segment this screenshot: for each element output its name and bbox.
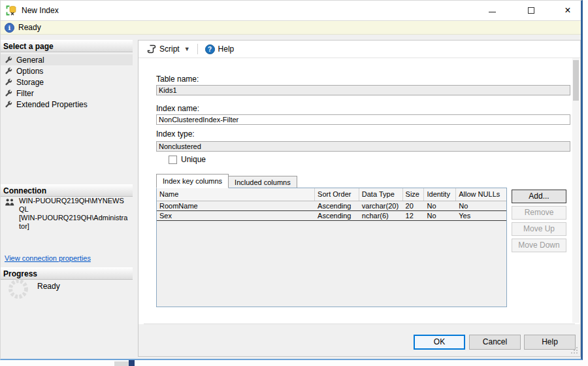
connection-text: WIN-PUOURQ219QH\MYNEWSQL [WIN-PUOURQ219Q…	[19, 197, 129, 231]
minimize-button[interactable]	[477, 1, 507, 20]
sidebar-item-extended-properties[interactable]: Extended Properties	[1, 99, 133, 110]
cell-name: RoomName	[157, 201, 315, 210]
index-type-field[interactable]	[156, 141, 570, 152]
sidebar: Select a page General Options Storage Fi…	[1, 35, 133, 359]
footer: OK Cancel Help	[139, 324, 580, 356]
cell-identity: No	[424, 211, 456, 220]
cell-size: 12	[403, 211, 425, 220]
close-button[interactable]: ×	[553, 1, 583, 20]
grid-header: Name Sort Order Data Type Size Identity …	[157, 188, 506, 201]
progress-indicator: Ready	[7, 278, 60, 300]
tab-included-columns[interactable]: Included columns	[229, 176, 297, 188]
sidebar-item-label: General	[16, 56, 44, 65]
maximize-button[interactable]	[516, 1, 546, 20]
wrench-icon	[5, 56, 12, 64]
title-bar[interactable]: New Index ×	[1, 1, 581, 20]
column-header-allow-nulls[interactable]: Allow NULLs	[456, 188, 506, 201]
unique-checkbox[interactable]	[169, 156, 177, 164]
move-up-button[interactable]: Move Up	[512, 222, 566, 236]
remove-button[interactable]: Remove	[512, 206, 566, 220]
cell-name: Sex	[157, 211, 315, 220]
resize-grip[interactable]	[570, 346, 578, 354]
sidebar-item-label: Extended Properties	[16, 100, 88, 109]
vertical-scrollbar[interactable]	[572, 58, 580, 323]
main-panel: Script ▼ ? Help Table name: Index name: …	[138, 40, 581, 357]
index-key-columns-grid: Name Sort Order Data Type Size Identity …	[156, 188, 507, 307]
move-down-button[interactable]: Move Down	[512, 239, 566, 252]
column-header-name[interactable]: Name	[157, 188, 315, 201]
cell-size: 20	[403, 201, 425, 210]
help-toolbar-button[interactable]: ? Help	[203, 43, 237, 56]
window-title: New Index	[22, 6, 59, 15]
cell-sort-order: Ascending	[315, 211, 359, 220]
new-index-dialog: New Index × i Ready Select a page Genera…	[0, 0, 583, 360]
unique-checkbox-row: Unique	[169, 155, 206, 164]
help-button[interactable]: Help	[524, 335, 576, 350]
background-window-fragment	[129, 360, 135, 366]
users-icon	[5, 197, 15, 208]
index-database-icon	[6, 5, 17, 16]
connection-info: WIN-PUOURQ219QH\MYNEWSQL [WIN-PUOURQ219Q…	[5, 197, 130, 231]
sidebar-item-general[interactable]: General	[1, 54, 133, 65]
column-header-sort-order[interactable]: Sort Order	[315, 188, 359, 201]
sidebar-item-label: Options	[16, 67, 43, 76]
table-name-field[interactable]	[156, 85, 570, 95]
sidebar-item-filter[interactable]: Filter	[1, 88, 133, 99]
page-list: General Options Storage Filter Extended …	[1, 54, 133, 110]
info-icon: i	[5, 23, 14, 33]
help-icon: ?	[205, 44, 215, 54]
sidebar-item-options[interactable]: Options	[1, 65, 133, 76]
status-text: Ready	[18, 23, 41, 32]
cancel-button[interactable]: Cancel	[469, 335, 521, 350]
minimize-icon	[489, 12, 496, 12]
connection-user: [WIN-PUOURQ219QH\Administrator]	[19, 214, 129, 231]
ok-button[interactable]: OK	[414, 335, 465, 350]
tab-index-key-columns[interactable]: Index key columns	[156, 174, 229, 188]
scrollbar-thumb[interactable]	[573, 60, 579, 101]
background-strip	[0, 360, 588, 366]
script-label: Script	[159, 44, 180, 54]
background-window-fragment	[114, 361, 129, 366]
cell-identity: No	[424, 201, 456, 210]
wrench-icon	[5, 90, 12, 97]
column-header-identity[interactable]: Identity	[424, 188, 456, 201]
chevron-down-icon: ▼	[184, 46, 190, 52]
add-button[interactable]: Add...	[512, 190, 566, 203]
view-connection-properties-link[interactable]: View connection properties	[5, 254, 91, 262]
script-button[interactable]: Script ▼	[144, 43, 193, 55]
index-name-field[interactable]	[156, 114, 570, 125]
unique-label: Unique	[181, 155, 206, 164]
sidebar-item-storage[interactable]: Storage	[1, 76, 133, 88]
wrench-icon	[5, 101, 12, 108]
table-row[interactable]: RoomName Ascending varchar(20) 20 No No	[157, 201, 506, 211]
column-header-data-type[interactable]: Data Type	[359, 188, 403, 201]
index-type-label: Index type:	[156, 129, 195, 139]
screen: New Index × i Ready Select a page Genera…	[0, 0, 588, 366]
cell-allow-nulls: Yes	[456, 211, 506, 220]
table-name-label: Table name:	[156, 75, 199, 84]
cell-data-type: nchar(6)	[359, 211, 403, 220]
connection-server: WIN-PUOURQ219QH\MYNEWSQL	[19, 197, 129, 214]
select-a-page-header: Select a page	[1, 40, 133, 52]
sidebar-item-label: Filter	[16, 89, 34, 98]
index-name-label: Index name:	[156, 104, 199, 113]
script-icon	[147, 44, 156, 54]
table-row[interactable]: Sex Ascending nchar(6) 12 No Yes	[157, 211, 506, 221]
maximize-icon	[528, 7, 534, 14]
status-bar: i Ready	[1, 20, 581, 35]
toolbar-separator	[197, 44, 198, 54]
wrench-icon	[5, 67, 12, 75]
connection-header: Connection	[1, 184, 133, 197]
column-header-size[interactable]: Size	[403, 188, 425, 201]
cell-allow-nulls: No	[456, 201, 506, 210]
close-icon: ×	[564, 5, 570, 16]
toolbar: Script ▼ ? Help	[139, 41, 580, 58]
cell-sort-order: Ascending	[315, 201, 359, 210]
help-label: Help	[218, 44, 235, 54]
cell-data-type: varchar(20)	[359, 201, 403, 210]
spinner-icon	[7, 278, 29, 300]
wrench-icon	[5, 78, 12, 86]
sidebar-item-label: Storage	[16, 78, 44, 87]
progress-status: Ready	[37, 282, 60, 291]
columns-tabstrip: Index key columns Included columns	[156, 173, 297, 188]
